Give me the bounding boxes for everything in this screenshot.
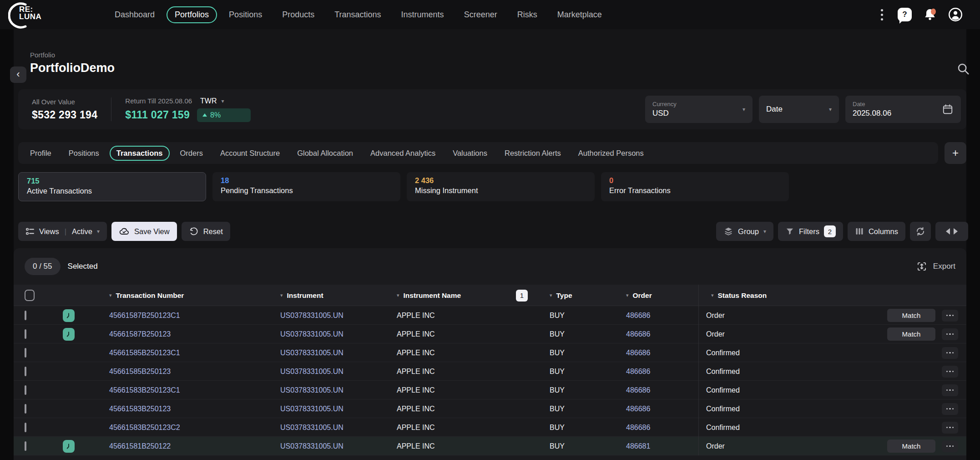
transaction-number-link[interactable]: 45661587B250123 (109, 330, 171, 338)
notifications-bell-icon[interactable] (923, 7, 937, 22)
row-actions-kebab-icon[interactable] (942, 440, 958, 452)
card-pending-transactions[interactable]: 18 Pending Transactions (212, 172, 400, 201)
instrument-link[interactable]: US0378331005.UN (280, 330, 344, 338)
card-missing-instrument[interactable]: 2 436 Missing Instrument (407, 172, 595, 201)
chevron-down-icon[interactable]: ▾ (222, 98, 224, 104)
sort-caret-icon[interactable]: ▾ (626, 292, 629, 298)
currency-select[interactable]: Currency USD ▾ (645, 96, 753, 123)
reset-button[interactable]: Reset (182, 222, 230, 241)
order-link[interactable]: 486686 (626, 386, 650, 394)
instrument-link[interactable]: US0378331005.UN (280, 405, 344, 413)
sort-caret-icon[interactable]: ▾ (109, 292, 112, 298)
nav-item-portfolios[interactable]: Portfolios (167, 6, 217, 23)
match-button[interactable]: Match (887, 327, 935, 341)
column-instrument-name[interactable]: ▾ Instrument Name 1 (369, 290, 537, 302)
calendar-icon[interactable] (942, 103, 954, 115)
nav-item-transactions[interactable]: Transactions (334, 10, 381, 20)
search-icon[interactable] (956, 62, 970, 76)
row-checkbox[interactable] (25, 404, 26, 414)
row-checkbox[interactable] (25, 385, 26, 395)
sort-caret-icon[interactable]: ▾ (550, 292, 552, 298)
sort-caret-icon[interactable]: ▾ (397, 292, 399, 298)
row-actions-kebab-icon[interactable] (942, 403, 958, 415)
tab-authorized-persons[interactable]: Authorized Persons (578, 149, 644, 158)
transaction-number-link[interactable]: 45661585B250123 (109, 368, 171, 375)
row-actions-kebab-icon[interactable] (942, 422, 958, 434)
match-button[interactable]: Match (887, 309, 935, 322)
card-error-transactions[interactable]: 0 Error Transactions (601, 172, 789, 201)
order-link[interactable]: 486681 (626, 442, 650, 450)
transaction-number-link[interactable]: 45661581B250122 (109, 442, 171, 450)
row-checkbox[interactable] (25, 423, 26, 432)
row-checkbox[interactable] (25, 311, 26, 320)
save-view-button[interactable]: Save View (111, 222, 177, 241)
order-link[interactable]: 486686 (626, 349, 650, 357)
tab-global-allocation[interactable]: Global Allocation (297, 149, 353, 158)
export-button[interactable]: Export (916, 261, 955, 272)
order-link[interactable]: 486686 (626, 330, 650, 338)
columns-button[interactable]: Columns (848, 222, 905, 241)
tab-transactions[interactable]: Transactions (110, 146, 170, 161)
nav-item-products[interactable]: Products (282, 10, 314, 20)
sort-caret-icon[interactable]: ▾ (711, 292, 714, 298)
group-button[interactable]: Group ▾ (716, 222, 773, 241)
date-input[interactable]: Date 2025.08.06 (845, 96, 961, 123)
sort-caret-icon[interactable]: ▾ (280, 292, 283, 298)
order-link[interactable]: 486686 (626, 312, 650, 319)
instrument-name-filter-badge[interactable]: 1 (516, 290, 528, 302)
nav-item-instruments[interactable]: Instruments (401, 10, 444, 20)
instrument-link[interactable]: US0378331005.UN (280, 349, 344, 357)
next-page-icon[interactable] (954, 228, 958, 235)
tab-account-structure[interactable]: Account Structure (220, 149, 280, 158)
transaction-number-link[interactable]: 45661583B250123C2 (109, 424, 180, 431)
row-actions-kebab-icon[interactable] (942, 347, 958, 359)
transaction-number-link[interactable]: 45661583B250123C1 (109, 386, 180, 394)
previous-page-icon[interactable] (946, 228, 950, 235)
instrument-link[interactable]: US0378331005.UN (280, 442, 344, 450)
date-mode-select[interactable]: Date ▾ (759, 96, 839, 123)
instrument-link[interactable]: US0378331005.UN (280, 386, 344, 394)
order-link[interactable]: 486686 (626, 368, 650, 375)
help-icon[interactable]: ? (898, 8, 912, 21)
filters-button[interactable]: Filters 2 (778, 222, 843, 241)
tab-positions[interactable]: Positions (69, 149, 99, 158)
row-checkbox[interactable] (25, 367, 26, 376)
nav-item-positions[interactable]: Positions (229, 10, 262, 20)
transaction-number-link[interactable]: 45661583B250123 (109, 405, 171, 413)
nav-item-screener[interactable]: Screener (464, 10, 497, 20)
instrument-link[interactable]: US0378331005.UN (280, 368, 344, 375)
row-actions-kebab-icon[interactable] (942, 384, 958, 396)
select-all-checkbox[interactable] (25, 290, 35, 301)
nav-item-marketplace[interactable]: Marketplace (557, 10, 602, 20)
row-actions-kebab-icon[interactable] (942, 310, 958, 322)
column-type[interactable]: ▾ Type (537, 291, 605, 300)
transaction-number-link[interactable]: 45661587B250123C1 (109, 312, 180, 319)
row-checkbox[interactable] (25, 348, 26, 358)
instrument-link[interactable]: US0378331005.UN (280, 424, 344, 431)
add-tab-button[interactable]: + (945, 142, 966, 164)
tab-valuations[interactable]: Valuations (453, 149, 487, 158)
nav-item-risks[interactable]: Risks (517, 10, 537, 20)
views-select-button[interactable]: Views | Active ▾ (18, 222, 107, 241)
refresh-button[interactable] (910, 222, 931, 241)
back-button[interactable]: ‹ (10, 66, 26, 83)
row-actions-kebab-icon[interactable] (942, 328, 958, 340)
column-transaction-number[interactable]: ▾ Transaction Number (82, 291, 255, 300)
column-order[interactable]: ▾ Order (605, 291, 698, 300)
nav-item-dashboard[interactable]: Dashboard (115, 10, 155, 20)
row-actions-kebab-icon[interactable] (942, 366, 958, 378)
match-button[interactable]: Match (887, 440, 935, 453)
tab-profile[interactable]: Profile (30, 149, 51, 158)
row-checkbox[interactable] (25, 329, 26, 339)
transaction-number-link[interactable]: 45661585B250123C1 (109, 349, 180, 357)
tab-advanced-analytics[interactable]: Advanced Analytics (370, 149, 435, 158)
order-link[interactable]: 486686 (626, 405, 650, 413)
column-status-reason[interactable]: ▾ Status Reason (698, 285, 966, 306)
row-checkbox[interactable] (25, 441, 26, 451)
return-mode-select[interactable]: TWR (200, 97, 217, 105)
tab-orders[interactable]: Orders (180, 149, 203, 158)
user-avatar-icon[interactable] (948, 7, 963, 22)
instrument-link[interactable]: US0378331005.UN (280, 312, 344, 319)
card-active-transactions[interactable]: 715 Active Transactions (18, 172, 206, 201)
overflow-menu-icon[interactable] (877, 7, 887, 22)
